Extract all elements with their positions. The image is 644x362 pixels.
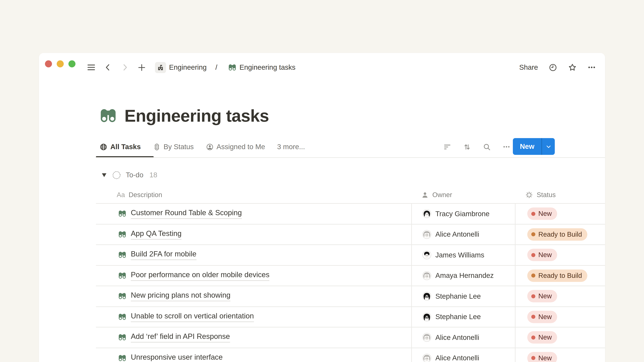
task-cell[interactable]: App QA Testing	[96, 224, 411, 244]
more-views-button[interactable]: 3 more...	[277, 143, 305, 151]
status-cell[interactable]: New	[515, 204, 605, 224]
ellipsis-icon	[587, 63, 596, 72]
task-cell[interactable]: Poor performance on older mobile devices	[96, 266, 411, 286]
new-task-button[interactable]: New	[513, 138, 555, 155]
column-header-status[interactable]: Status	[515, 187, 605, 203]
view-controls	[442, 137, 511, 156]
table-row[interactable]: Unresponsive user interface Alice Antone…	[96, 348, 605, 362]
owner-cell[interactable]: Alice Antonelli	[411, 328, 515, 348]
globe-icon	[100, 143, 107, 151]
status-badge[interactable]: New	[527, 311, 557, 323]
table-row[interactable]: Add ‘ref’ field in API Response Alice An…	[96, 328, 605, 348]
status-label: New	[538, 251, 552, 259]
status-badge[interactable]: New	[527, 290, 557, 303]
task-cell[interactable]: Customer Round Table & Scoping	[96, 204, 411, 224]
status-cell[interactable]: Ready to Build	[515, 266, 605, 286]
task-title[interactable]: Build 2FA for mobile	[131, 250, 196, 260]
task-cell[interactable]: New pricing plans not showing	[96, 286, 411, 306]
task-title[interactable]: Customer Round Table & Scoping	[131, 209, 242, 219]
chevron-right-icon	[121, 63, 129, 71]
zoom-window-button[interactable]	[68, 60, 76, 67]
table-row[interactable]: Unable to scroll on vertical orientation…	[96, 307, 605, 328]
binoculars-icon	[118, 313, 126, 321]
group-collapse-toggle[interactable]	[100, 172, 107, 178]
status-badge[interactable]: Ready to Build	[527, 228, 587, 241]
status-label: New	[538, 210, 552, 218]
table-row[interactable]: Poor performance on older mobile devices…	[96, 266, 605, 286]
status-dot-icon	[531, 232, 535, 237]
more-options-button[interactable]	[587, 63, 596, 72]
owner-cell[interactable]: Stephanie Lee	[411, 307, 515, 327]
task-title[interactable]: New pricing plans not showing	[131, 291, 230, 302]
avatar	[422, 230, 431, 239]
new-page-button[interactable]	[137, 63, 146, 72]
new-task-dropdown-button[interactable]	[542, 138, 555, 155]
minimize-window-button[interactable]	[57, 60, 64, 67]
tabs-divider	[96, 157, 605, 158]
tab-all-tasks[interactable]: All Tasks	[100, 143, 141, 151]
topbar-right-controls: Share	[519, 60, 596, 75]
owner-cell[interactable]: Amaya Hernandez	[411, 266, 515, 286]
task-title[interactable]: App QA Testing	[131, 229, 182, 240]
owner-cell[interactable]: Tracy Giambrone	[411, 204, 515, 224]
view-tabs: All Tasks By Status Assigned to Me 3 mor…	[100, 137, 305, 156]
status-cell[interactable]: Ready to Build	[515, 224, 605, 244]
close-window-button[interactable]	[45, 60, 52, 67]
share-button[interactable]: Share	[519, 63, 538, 71]
dashed-circle-icon	[112, 170, 121, 179]
table-row[interactable]: New pricing plans not showing Stephanie …	[96, 286, 605, 307]
back-button[interactable]	[103, 63, 113, 72]
task-title[interactable]: Add ‘ref’ field in API Response	[131, 332, 230, 343]
table-row[interactable]: Build 2FA for mobile James Williams New	[96, 245, 605, 266]
owner-cell[interactable]: Alice Antonelli	[411, 348, 515, 362]
breadcrumb-workspace[interactable]: Engineering	[155, 62, 206, 73]
status-cell[interactable]: New	[515, 286, 605, 306]
forward-button[interactable]	[120, 63, 130, 72]
search-icon	[483, 143, 490, 151]
status-badge[interactable]: New	[527, 249, 557, 261]
search-button[interactable]	[482, 142, 492, 151]
workspace-icon-box	[155, 62, 166, 73]
avatar	[422, 209, 431, 218]
tab-assigned-to-me[interactable]: Assigned to Me	[206, 143, 265, 151]
status-label: Ready to Build	[538, 231, 582, 238]
status-label: New	[538, 293, 552, 300]
sidebar-toggle-button[interactable]	[86, 63, 96, 72]
task-cell[interactable]: Add ‘ref’ field in API Response	[96, 328, 411, 348]
owner-cell[interactable]: Stephanie Lee	[411, 286, 515, 306]
table-row[interactable]: App QA Testing Alice Antonelli Ready to …	[96, 224, 605, 245]
favorite-button[interactable]	[568, 63, 577, 72]
owner-cell[interactable]: James Williams	[411, 245, 515, 265]
breadcrumb-page[interactable]: Engineering tasks	[228, 63, 296, 71]
status-badge[interactable]: New	[527, 208, 557, 220]
view-options-button[interactable]	[502, 142, 511, 151]
status-cell[interactable]: New	[515, 348, 605, 362]
status-dot-icon	[531, 274, 535, 278]
status-badge[interactable]: New	[527, 352, 557, 362]
filter-button[interactable]	[442, 142, 452, 151]
status-badge[interactable]: New	[527, 331, 557, 344]
status-cell[interactable]: New	[515, 245, 605, 265]
breadcrumb-workspace-label: Engineering	[169, 63, 206, 71]
status-cell[interactable]: New	[515, 328, 605, 348]
sort-button[interactable]	[462, 142, 472, 151]
column-header-owner[interactable]: Owner	[411, 187, 515, 203]
new-task-button-label[interactable]: New	[513, 138, 541, 155]
history-button[interactable]	[548, 63, 558, 72]
status-badge[interactable]: Ready to Build	[527, 270, 587, 282]
group-name[interactable]: To-do	[126, 171, 144, 179]
chevron-down-icon	[546, 144, 551, 149]
tasks-table: Aa Description Owner Status	[96, 187, 605, 362]
table-row[interactable]: Customer Round Table & Scoping Tracy Gia…	[96, 204, 605, 224]
task-cell[interactable]: Unresponsive user interface	[96, 348, 411, 362]
task-title[interactable]: Poor performance on older mobile devices	[131, 271, 270, 281]
task-title[interactable]: Unable to scroll on vertical orientation	[131, 312, 254, 322]
task-title[interactable]: Unresponsive user interface	[131, 353, 223, 362]
status-cell[interactable]: New	[515, 307, 605, 327]
tab-by-status[interactable]: By Status	[153, 143, 194, 151]
task-cell[interactable]: Build 2FA for mobile	[96, 245, 411, 265]
owner-name: Alice Antonelli	[435, 354, 479, 362]
task-cell[interactable]: Unable to scroll on vertical orientation	[96, 307, 411, 327]
column-header-description[interactable]: Aa Description	[96, 187, 411, 203]
owner-cell[interactable]: Alice Antonelli	[411, 224, 515, 244]
